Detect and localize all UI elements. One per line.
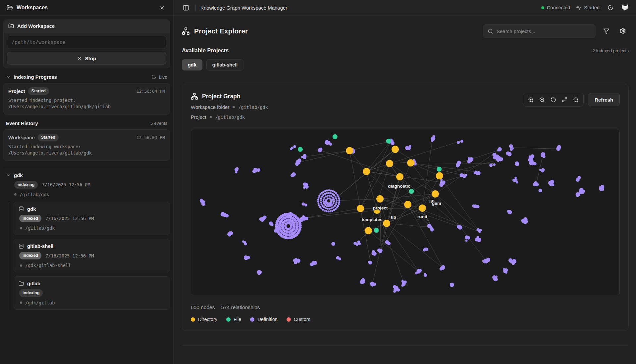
workspace-date: 7/16/2025 12:56 PM [42, 182, 90, 187]
project-status-row: indexed 7/16/2025 12:56 PM [19, 215, 165, 222]
event-message-line2: /Users/angelo.rivera/gitlab/gdk/gitlab [8, 104, 165, 110]
path-dot-icon [233, 106, 235, 108]
index-status: Started [576, 5, 600, 10]
workspace-path-row: /gitlab/gdk [6, 192, 167, 197]
sidebar-toggle-button[interactable] [181, 3, 191, 13]
path-dot-icon [20, 227, 22, 229]
graph-toolbar: Refresh [523, 93, 620, 107]
page-title: Project Explorer [182, 27, 248, 35]
stop-button-label: Stop [85, 56, 96, 61]
workspace-status-badge: indexing [14, 181, 38, 189]
event-scope: Project [8, 88, 25, 94]
graph-card-title: Project Graph [191, 93, 268, 100]
zoom-in-button[interactable] [526, 95, 536, 105]
tab-gitlab-shell[interactable]: gitlab-shell [206, 59, 244, 70]
stop-button[interactable]: Stop [7, 52, 166, 65]
legend-dot [226, 317, 231, 322]
available-projects-title: Available Projects [182, 47, 229, 54]
project-path-row: /gdk/gitlab-shell [19, 263, 165, 268]
project-status-row: indexed 7/16/2025 12:56 PM [19, 252, 165, 259]
refresh-button[interactable]: Refresh [588, 93, 620, 106]
settings-button[interactable] [617, 25, 629, 37]
project-name: gdk [27, 206, 36, 212]
expand-icon [562, 97, 567, 103]
graph-legend: Directory File Definition Custom [191, 317, 620, 322]
project-graph-svg[interactable]: diagnosticprojecttemplateslibrunitlibgem [191, 129, 619, 295]
project-graph-card: Project Graph Workspace folder /gitlab/g… [182, 84, 629, 331]
event-history-count: 5 events [150, 121, 167, 126]
indexing-progress-header[interactable]: Indexing Progress Live [3, 74, 170, 80]
project-path: /gitlab/gdk [25, 225, 55, 231]
legend-dot [250, 317, 254, 322]
legend-item-file: File [226, 317, 241, 322]
main-content: Project Explorer Available Proje [174, 16, 636, 364]
theme-toggle-button[interactable] [606, 3, 615, 13]
available-projects-row: Available Projects 2 indexed projects [182, 47, 629, 54]
event-time: 12:56:04 PM [136, 89, 165, 94]
event-message-line1: Started indexing project: [8, 97, 165, 104]
indexed-count: 2 indexed projects [592, 48, 629, 53]
project-date: 7/16/2025 12:56 PM [45, 253, 94, 258]
tab-gdk[interactable]: gdk [182, 59, 202, 70]
fullscreen-button[interactable] [559, 95, 569, 105]
project-status-badge: indexed [19, 252, 41, 259]
folder-icon [19, 281, 24, 286]
path-dot-icon [20, 301, 22, 304]
project-status-row: indexing [19, 289, 165, 297]
app-title: Knowledge Graph Workspace Manager [200, 5, 287, 11]
svg-text:project: project [373, 205, 388, 210]
path-dot-icon [20, 264, 22, 267]
project-card-gitlab-shell[interactable]: gitlab-shell indexed 7/16/2025 12:56 PM … [14, 239, 170, 272]
legend-dot [287, 317, 291, 322]
topbar: Knowledge Graph Workspace Manager Connec… [174, 0, 636, 16]
event-message-line1: Started indexing workspace: [8, 144, 165, 150]
project-path-row: /gitlab/gdk [19, 225, 165, 231]
workspace-path: /gitlab/gdk [20, 192, 49, 197]
search-box [483, 24, 596, 38]
add-workspace-body: Stop [4, 32, 170, 68]
zoom-out-button[interactable] [537, 95, 547, 105]
svg-text:lib: lib [391, 215, 396, 220]
node-count: 600 nodes [191, 304, 215, 310]
svg-text:diagnostic: diagnostic [388, 184, 410, 189]
graph-viewport[interactable]: diagnosticprojecttemplateslibrunitlibgem [191, 129, 620, 295]
gitlab-logo [621, 4, 629, 11]
filter-button[interactable] [600, 25, 612, 37]
sidebar-body: Add Workspace Stop Indexing Progress Liv… [0, 16, 173, 313]
topbar-right: Connected Started [541, 3, 629, 13]
search-icon [488, 28, 493, 34]
workspace-folder-label: Workspace folder [191, 104, 229, 110]
project-card-gdk[interactable]: gdk indexed 7/16/2025 12:56 PM /gitlab/g… [14, 202, 170, 235]
workspace-folder-meta: Workspace folder /gitlab/gdk [191, 104, 268, 110]
path-dot-icon [14, 193, 17, 196]
legend-label: Directory [198, 317, 217, 322]
sidebar-close-button[interactable] [157, 3, 167, 12]
workspace-path-input[interactable] [7, 36, 166, 49]
live-label: Live [159, 74, 167, 80]
graph-search-button[interactable] [571, 95, 581, 105]
relationship-count: 574 relationships [221, 304, 260, 310]
legend-label: File [234, 317, 241, 322]
folder-open-icon [7, 5, 13, 11]
workspace-group-gdk[interactable]: gdk indexing 7/16/2025 12:56 PM /gitlab/… [3, 172, 170, 198]
legend-label: Definition [257, 317, 277, 322]
project-card-row: gdk [19, 206, 165, 212]
legend-item-directory: Directory [191, 317, 217, 322]
project-card-row: gitlab [19, 281, 165, 286]
folder-plus-icon [8, 23, 14, 29]
search-projects-input[interactable] [497, 28, 591, 34]
svg-text:gem: gem [432, 201, 441, 206]
project-name: gitlab-shell [27, 243, 53, 249]
database-icon [19, 206, 24, 211]
chevron-down-icon [6, 173, 11, 178]
event-status-badge: Started [28, 87, 49, 95]
loader-icon [151, 74, 156, 79]
workspace-children: gdk indexed 7/16/2025 12:56 PM /gitlab/g… [9, 202, 170, 310]
filter-icon [603, 28, 610, 34]
graph-tool-group [523, 93, 584, 107]
graph-card-title-label: Project Graph [202, 93, 240, 100]
project-label: Project [191, 114, 206, 120]
project-card-gitlab[interactable]: gitlab indexing /gdk/gitlab [14, 276, 170, 310]
panel-left-icon [183, 5, 189, 11]
reset-view-button[interactable] [548, 95, 558, 105]
